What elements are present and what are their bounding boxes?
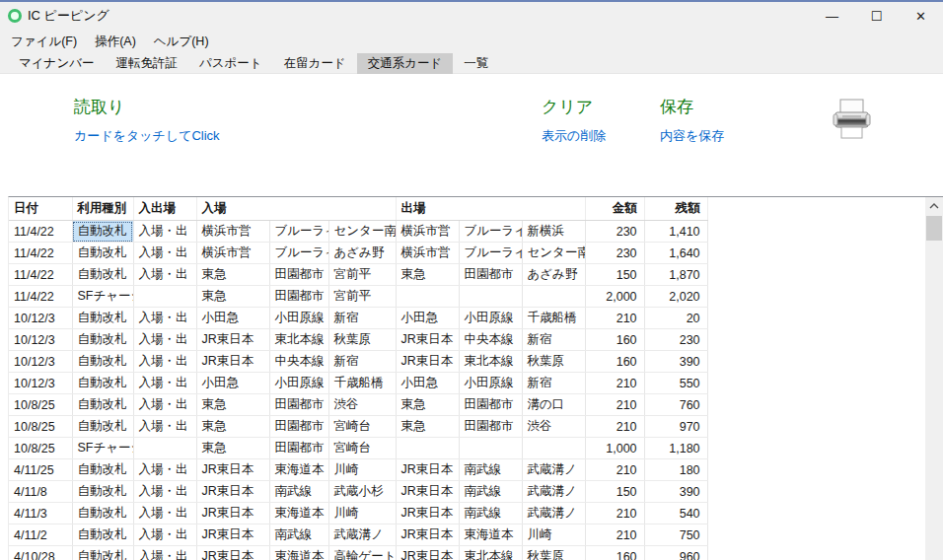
table-cell[interactable]: 溝の口 — [522, 394, 585, 416]
table-cell[interactable]: 秋葉原 — [522, 351, 585, 373]
menu-item-2[interactable]: 操作(A) — [86, 31, 145, 53]
column-header-3[interactable]: 入出場 — [133, 197, 196, 221]
table-cell[interactable]: JR東日本 — [196, 459, 269, 481]
table-cell[interactable]: 秋葉原 — [522, 546, 585, 560]
column-header-6[interactable]: 金額 — [585, 197, 644, 221]
table-cell[interactable]: 田園都市 — [269, 416, 328, 438]
table-cell[interactable]: 150 — [585, 264, 644, 286]
table-cell[interactable]: 自動改札 — [72, 308, 133, 329]
table-cell[interactable]: JR東日本 — [196, 351, 269, 373]
table-cell[interactable]: 760 — [644, 394, 707, 416]
table-cell[interactable]: 田園都市 — [459, 416, 522, 438]
read-hint-link[interactable]: カードをタッチしてClick — [74, 127, 220, 145]
table-cell[interactable]: SFチャージ — [72, 438, 133, 459]
table-cell[interactable]: 入場・出 — [133, 481, 196, 503]
table-cell[interactable]: 10/12/3 — [9, 308, 72, 329]
table-cell[interactable]: 自動改札 — [72, 329, 133, 351]
table-cell[interactable]: 新宿 — [328, 351, 396, 373]
table-cell[interactable]: 宮前平 — [328, 286, 396, 308]
table-cell[interactable]: JR東日本 — [396, 459, 459, 481]
table-cell[interactable]: 4/11/25 — [9, 459, 72, 481]
table-cell[interactable]: 東急 — [196, 438, 269, 459]
table-cell[interactable]: 川崎 — [328, 503, 396, 525]
table-cell[interactable]: JR東日本 — [196, 546, 269, 560]
vertical-scrollbar[interactable] — [925, 197, 943, 560]
table-cell[interactable]: 160 — [585, 546, 644, 560]
clear-hint-link[interactable]: 表示の削除 — [542, 127, 606, 145]
table-cell[interactable]: 武蔵溝ノ — [522, 503, 585, 525]
table-cell[interactable]: 自動改札 — [72, 221, 133, 243]
tab-6[interactable]: 一覧 — [453, 53, 499, 74]
table-cell[interactable]: 小田原線 — [269, 308, 328, 329]
maximize-button[interactable]: ☐ — [854, 2, 899, 30]
table-cell[interactable] — [459, 438, 522, 459]
table-cell[interactable]: 入場・出 — [133, 329, 196, 351]
table-cell[interactable]: 10/8/25 — [9, 394, 72, 416]
table-cell[interactable]: 入場・出 — [133, 394, 196, 416]
table-cell[interactable]: 入場・出 — [133, 308, 196, 329]
table-cell[interactable]: 高輪ゲート — [328, 546, 396, 560]
table-cell[interactable]: 2,000 — [585, 286, 644, 308]
table-cell[interactable]: 武蔵溝ノ — [522, 481, 585, 503]
close-button[interactable]: ✕ — [899, 2, 943, 30]
table-cell[interactable]: 4/10/28 — [9, 546, 72, 560]
table-cell[interactable]: 武蔵溝ノ — [522, 459, 585, 481]
tab-4[interactable]: 在留カード — [273, 53, 357, 74]
table-cell[interactable]: 宮崎台 — [328, 438, 396, 459]
table-cell[interactable]: 横浜市営 — [196, 243, 269, 264]
menu-item-1[interactable]: ファイル(F) — [2, 31, 86, 53]
table-cell[interactable]: 540 — [644, 503, 707, 525]
table-cell[interactable]: センター南 — [522, 243, 585, 264]
table-cell[interactable]: 小田原線 — [459, 373, 522, 394]
table-cell[interactable]: センター南 — [328, 221, 396, 243]
table-cell[interactable]: 10/12/3 — [9, 373, 72, 394]
table-cell[interactable]: 東急 — [196, 416, 269, 438]
table-cell[interactable]: 小田急 — [396, 308, 459, 329]
table-cell[interactable]: 入場・出 — [133, 373, 196, 394]
table-cell[interactable] — [133, 286, 196, 308]
table-cell[interactable]: 新宿 — [522, 329, 585, 351]
column-header-2[interactable]: 利用種別 — [72, 197, 133, 221]
table-cell[interactable]: 10/8/25 — [9, 416, 72, 438]
column-header-7[interactable]: 残額 — [644, 197, 707, 221]
tab-5[interactable]: 交通系カード — [357, 53, 454, 74]
table-cell[interactable]: 南武線 — [459, 481, 522, 503]
printer-icon[interactable] — [829, 97, 876, 142]
table-cell[interactable]: 新横浜 — [522, 221, 585, 243]
table-cell[interactable]: 自動改札 — [72, 546, 133, 560]
table-cell[interactable]: 東海道本 — [459, 525, 522, 546]
table-cell[interactable]: あざみ野 — [328, 243, 396, 264]
table-cell[interactable]: 東海道本 — [269, 459, 328, 481]
table-cell[interactable]: 川崎 — [328, 459, 396, 481]
table-cell[interactable]: JR東日本 — [196, 481, 269, 503]
table-cell[interactable]: 160 — [585, 351, 644, 373]
table-cell[interactable]: JR東日本 — [396, 546, 459, 560]
table-cell[interactable]: 田園都市 — [459, 394, 522, 416]
table-cell[interactable]: 4/11/8 — [9, 481, 72, 503]
table-cell[interactable]: 11/4/22 — [9, 243, 72, 264]
table-cell[interactable]: 自動改札 — [72, 459, 133, 481]
table-cell[interactable]: 宮崎台 — [328, 416, 396, 438]
table-cell[interactable]: 田園都市 — [269, 264, 328, 286]
table-cell[interactable]: 東北本線 — [459, 351, 522, 373]
table-cell[interactable]: 横浜市営 — [396, 243, 459, 264]
table-cell[interactable]: 390 — [644, 481, 707, 503]
table-cell[interactable]: 入場・出 — [133, 459, 196, 481]
table-cell[interactable]: ブルーライ — [269, 243, 328, 264]
table-cell[interactable]: 20 — [644, 308, 707, 329]
table-cell[interactable]: 南武線 — [459, 503, 522, 525]
table-cell[interactable]: 550 — [644, 373, 707, 394]
table-cell[interactable]: 230 — [644, 329, 707, 351]
table-cell[interactable]: 東急 — [196, 286, 269, 308]
table-cell[interactable]: 自動改札 — [72, 373, 133, 394]
table-cell[interactable]: 千歳船橋 — [522, 308, 585, 329]
table-cell[interactable]: 自動改札 — [72, 416, 133, 438]
save-hint-link[interactable]: 内容を保存 — [660, 127, 724, 145]
table-cell[interactable]: 210 — [585, 308, 644, 329]
scroll-up-button[interactable] — [925, 197, 943, 214]
table-cell[interactable]: 入場・出 — [133, 351, 196, 373]
table-cell[interactable]: 1,410 — [644, 221, 707, 243]
table-cell[interactable]: 入場・出 — [133, 546, 196, 560]
table-cell[interactable]: 210 — [585, 525, 644, 546]
table-cell[interactable]: 自動改札 — [72, 481, 133, 503]
